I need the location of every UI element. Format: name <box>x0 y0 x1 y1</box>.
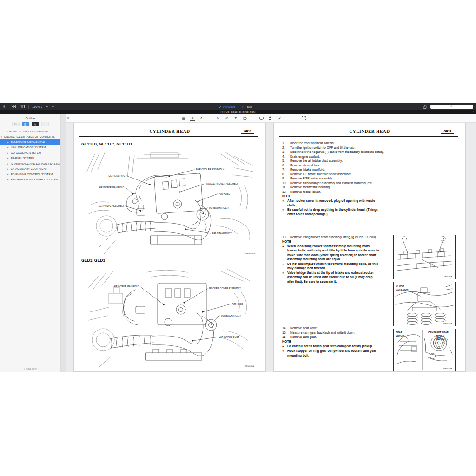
figure-code: WHV072A <box>443 322 452 324</box>
outline-item-co-cooling[interactable]: ▸CO-COOLING SYSTEM <box>0 150 60 156</box>
search-field[interactable] <box>430 105 473 109</box>
svg-text:T: T <box>242 105 244 108</box>
step-item: 6.Remove air vent tube. <box>282 163 391 168</box>
outline-item-ef-fuel[interactable]: ▸EF-FUEL SYSTEM <box>0 156 60 161</box>
zoom-out-button[interactable]: − <box>46 105 48 109</box>
outline-item-label: IE-AIRINTAKE AND EXHAUST SYSTEM <box>11 162 60 165</box>
label-camshaft-sensor-line2: SPEED <box>436 334 444 337</box>
annotation-toolbar: ▦ A A ✎ ✐ T <box>66 114 476 123</box>
caret-right-icon[interactable]: ▸ <box>7 167 11 170</box>
outline-item-label: CO-COOLING SYSTEM <box>11 152 41 154</box>
header-rule <box>279 136 458 137</box>
thumbnails-icon[interactable] <box>11 104 16 109</box>
fullscreen-icon[interactable] <box>301 116 306 121</box>
toolbar-grip-handle[interactable] <box>67 117 69 120</box>
document-area[interactable]: CYLINDER HEAD GE13 GE13TB, GE13TC, GE13T… <box>66 123 476 372</box>
step-item: 2.Turn the ignition switch to OFF and ti… <box>282 145 391 150</box>
document-tab-title[interactable]: NN_UD_GE13_ENGINE_FSM <box>0 111 476 113</box>
annotations-tab-icon[interactable]: ✎ <box>32 122 39 126</box>
sidebar-scrollbar[interactable] <box>61 114 66 372</box>
toolbar-divider <box>28 105 29 109</box>
outline-item-label: LB-LUBRICATION SYSTEM <box>11 146 46 149</box>
view-settings-icon[interactable]: ▦ <box>181 116 186 121</box>
caret-down-icon[interactable]: ▾ <box>1 135 4 138</box>
label-egr-cooler-assembly: EGR COOLER ASSEMBLY <box>196 168 225 171</box>
label-turbocharger: TURBOCHARGER <box>209 206 229 209</box>
strikeout-text-icon[interactable]: A <box>199 116 204 121</box>
step-item: 10.Remove turbocharger assembly and exha… <box>282 181 391 185</box>
marker-icon[interactable]: ✐ <box>225 116 229 121</box>
caret-right-icon[interactable]: ▸ <box>7 162 11 165</box>
label-air-hose: AIR HOSE <box>219 192 231 195</box>
note-bullet: ●When loosening rocker shaft assembly mo… <box>282 244 397 262</box>
stamp-icon[interactable] <box>268 116 272 121</box>
header-rule <box>79 136 258 137</box>
page-left: CYLINDER HEAD GE13 GE13TB, GE13TC, GE13T… <box>73 123 266 372</box>
edit-mode-tab[interactable]: T Edit <box>242 105 252 108</box>
outline-tab-icon[interactable]: ☰ <box>22 122 29 126</box>
page-view-icon[interactable] <box>19 104 25 109</box>
step-item: 3.Disconnect the negative (–) cable from… <box>282 150 391 154</box>
outline-item-label: EMC-EMISSION CONTROL SYSTEM <box>11 178 58 181</box>
pencil-icon[interactable]: ✎ <box>216 116 220 121</box>
new-tab-button[interactable]: + <box>472 110 474 113</box>
step-item: 12.Remove rocker cover. <box>282 190 391 194</box>
label-camshaft-sensor-line1: CAMSHAFT GEAR <box>428 331 449 334</box>
caret-right-icon[interactable]: ▸ <box>7 141 11 144</box>
add-item-button[interactable]: + Add Item <box>0 367 61 370</box>
label-air-hose: AIR HOSE <box>232 303 244 305</box>
zoom-in-button[interactable]: + <box>52 105 54 109</box>
pen-icon <box>218 105 222 108</box>
caret-right-icon[interactable]: ▸ <box>7 146 11 149</box>
engine-diagram-geb3: AIR INTAKE MANIFOLD ROCKER COVER ASSEMBL… <box>81 265 260 370</box>
step-item: 9.Remove EGR valve assembly. <box>282 176 391 181</box>
highlight-text-icon[interactable]: A <box>190 116 195 121</box>
signature-icon[interactable] <box>277 116 281 121</box>
annotate-mode-tab[interactable]: Annotate <box>218 105 235 108</box>
note-bullet: ●Be careful not to drop anything in the … <box>282 207 391 216</box>
sidebar-toggle-icon[interactable] <box>2 104 8 109</box>
figure-code: WHV073A <box>443 367 452 370</box>
bookmarks-tab-icon[interactable]: ⧉ <box>12 122 20 126</box>
label-rocker-cover-assembly: ROCKER COVER ASSEMBLY <box>206 182 238 185</box>
label-air-intake-manifold: AIR INTAKE MANIFOLD <box>113 285 139 288</box>
outline-item-emc-emission[interactable]: ▸EMC-EMISSION CONTROL SYSTEM <box>0 177 60 183</box>
step-item: 8.Remove EE brake solenoid valve assembl… <box>282 172 391 177</box>
note-heading: NOTE <box>282 339 391 344</box>
outline-item-lb-lubrication[interactable]: ▸LB-LUBRICATION SYSTEM <box>0 145 60 151</box>
label-close-adhesion-line2: ADHESION <box>396 288 409 291</box>
comment-icon[interactable] <box>259 116 264 121</box>
caret-right-icon[interactable]: ▸ <box>7 173 11 176</box>
zoom-level-dropdown[interactable]: 120% ∨ <box>32 105 42 108</box>
note-heading: NOTE <box>282 239 397 244</box>
pdf-app-window: 120% ∨ − + Annotate T Edit × NN_UD_GE1 <box>0 103 476 372</box>
step-item: 13.Remove using rocker shaft assembly li… <box>282 235 397 239</box>
caret-right-icon[interactable]: ▸ <box>7 152 11 154</box>
outline-item-label: EA-AUXILIARY EQUIPMENT <box>11 167 47 170</box>
outline-item-root1[interactable]: ENGINE GE13 REPAIR MANUAL <box>0 129 60 134</box>
outline-item-root2[interactable]: ▾ENGINE (GE13) TABLE OF CONTENTS <box>0 134 60 140</box>
share-icon[interactable] <box>422 104 428 109</box>
shapes-icon[interactable] <box>242 116 247 121</box>
outline-item-em-engine-mechanical[interactable]: ▸EM-ENGINE MECHANICAL <box>0 139 60 145</box>
caret-right-icon[interactable]: ▸ <box>7 178 11 181</box>
outline-item-ec-engine-control[interactable]: ▸EC-ENGINE CONTROL SYSTEM <box>0 172 60 177</box>
text-edit-icon: T <box>242 105 245 108</box>
search-icon <box>450 105 453 108</box>
note-heading: NOTE <box>282 194 391 198</box>
section-badge: GE13 <box>241 129 254 134</box>
text-tool-icon[interactable]: T <box>233 116 238 121</box>
label-close-adhesion-line1: CLOSE <box>396 285 404 288</box>
note-bullet: ●Valve bridge that is at the tip of inta… <box>282 271 397 284</box>
note-bullet: ●Do not use impact wrench to remove moun… <box>282 262 397 271</box>
outline-item-ie-airintake[interactable]: ▸IE-AIRINTAKE AND EXHAUST SYSTEM <box>0 161 60 166</box>
label-air-intake-duct: AIR INTAKE DUCT <box>219 336 239 338</box>
caret-right-icon[interactable]: ▸ <box>7 157 11 159</box>
outline-item-label: ENGINE GE13 REPAIR MANUAL <box>7 130 49 133</box>
procedure-steps: 1.Block the front and rear wheels. 2.Tur… <box>282 141 391 216</box>
label-egr-valve-assembly: EGR VALVE ASSEMBLY <box>99 205 125 207</box>
outline-item-ea-auxiliary[interactable]: ▸EA-AUXILIARY EQUIPMENT <box>0 166 60 172</box>
thumbnails-tab-icon[interactable]: ▢ <box>41 122 49 126</box>
label-turbocharger: TURBOCHARGER <box>221 314 241 317</box>
label-gear-cover-line2: COVER <box>396 334 404 337</box>
